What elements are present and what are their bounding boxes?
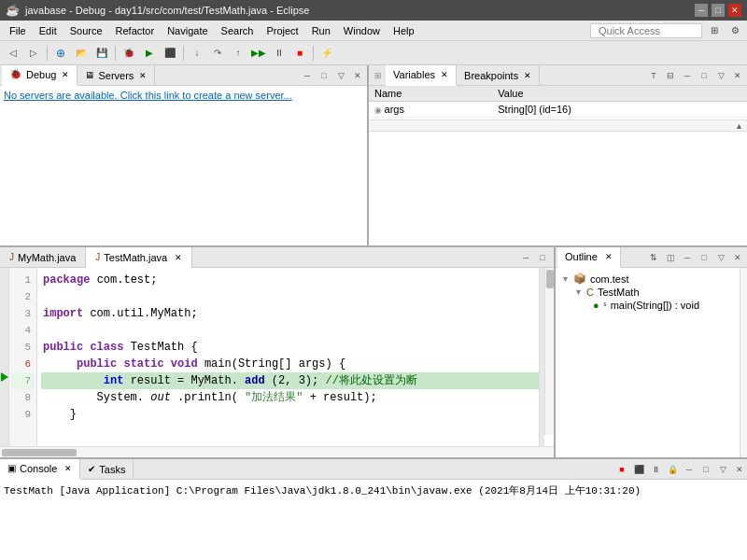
var-show-type-button[interactable]: T [646,68,661,83]
console-icon: ▣ [7,463,16,473]
outline-minimize-button[interactable]: ─ [680,250,695,265]
bp-dot-1 [0,268,9,285]
code-9-brace: } [43,408,77,421]
menu-file[interactable]: File [4,23,32,38]
menu-edit[interactable]: Edit [34,23,63,38]
console-maximize-button[interactable]: □ [698,462,713,477]
var-close-button[interactable]: ✕ [730,68,745,83]
outline-sort-button[interactable]: ⇅ [646,250,661,265]
quick-access-input[interactable] [590,23,702,38]
var-maximize-button[interactable]: □ [697,68,712,83]
outline-method[interactable]: ● ˢ main(String[]) : void [559,299,743,312]
menu-search[interactable]: Search [216,23,260,38]
var-name-cell: ◉ args [369,102,492,118]
console-pause-button[interactable]: ⏸ [648,462,663,477]
debug-maximize-button[interactable]: □ [317,68,331,83]
toolbar-step-return-button[interactable]: ↑ [229,44,247,63]
java-icon-mymath: J [9,252,14,262]
tab-outline[interactable]: Outline ✕ [557,247,621,268]
titlebar-controls: ─ □ ✕ [695,4,741,17]
debug-minimize-button[interactable]: ─ [300,68,315,83]
menu-navigate[interactable]: Navigate [162,23,213,38]
outline-hide-button[interactable]: ◫ [663,250,678,265]
tab-debug[interactable]: 🐞 Debug ✕ [2,65,78,86]
toolbar-run-button[interactable]: ▶ [140,44,159,63]
toolbar-resume-button[interactable]: ▶▶ [249,44,268,63]
menu-run[interactable]: Run [306,23,336,38]
code-line-9: } [41,406,550,423]
outline-tab-close[interactable]: ✕ [605,252,613,261]
editor-h-scrollbar[interactable] [0,446,554,457]
editor-area[interactable]: 1 2 3 4 5 6 7 8 9 package com.test; [0,268,554,446]
code-content[interactable]: package com.test; import com.util.MyMath… [37,268,554,446]
editor-minimize-button[interactable]: ─ [518,250,533,265]
editor-maximize-button[interactable]: □ [535,250,550,265]
console-clear-button[interactable]: ■ [614,462,629,477]
col-value: Value [492,86,747,102]
menu-help[interactable]: Help [388,23,420,38]
console-minimize-button[interactable]: ─ [682,462,697,477]
toolbar-step-over-button[interactable]: ↷ [208,44,227,63]
code-7-comment: //将此处设置为断 [325,374,416,387]
outline-menu-button[interactable]: ▽ [713,250,728,265]
debug-tab-close[interactable]: ✕ [62,70,69,79]
tab-mymath[interactable]: J MyMath.java [0,247,86,268]
menu-window[interactable]: Window [338,23,386,38]
outline-tab-bar: Outline ✕ ⇅ ◫ ─ □ ▽ ✕ [556,247,747,268]
var-menu-button[interactable]: ▽ [713,68,728,83]
toolbar-terminate-button[interactable]: ■ [290,44,309,63]
tab-console[interactable]: ▣ Console ✕ [0,459,80,480]
testmath-tab-close[interactable]: ✕ [175,253,182,262]
toolbar-step-into-button[interactable]: ↓ [188,44,206,63]
var-minimize-button[interactable]: ─ [680,68,695,83]
line-num-3: 3 [11,305,35,322]
toolbar-debug-button[interactable]: 🐞 [120,44,138,63]
tab-breakpoints[interactable]: Breakpoints ✕ [457,65,540,86]
editor-console-area: J MyMath.java J TestMath.java ✕ ─ □ [0,247,747,560]
menu-project[interactable]: Project [261,23,303,38]
toolbar-new-button[interactable]: ⊕ [51,44,70,63]
toolbar-stop-button[interactable]: ⬛ [161,44,179,63]
toolbar-perspective-button[interactable]: ⊞ [706,21,723,40]
code-package-name: com.test; [97,273,158,287]
maximize-button[interactable]: □ [712,4,725,17]
editor-v-scrollbar[interactable] [544,268,554,435]
tab-servers[interactable]: 🖥 Servers ✕ [78,65,155,86]
tab-tasks[interactable]: ✔ Tasks [80,459,134,480]
outline-package[interactable]: ▼ 📦 com.test [559,272,743,286]
outline-close-button[interactable]: ✕ [730,250,745,265]
toolbar-separator-4 [313,46,314,61]
console-tab-close[interactable]: ✕ [64,464,72,473]
tab-testmath[interactable]: J TestMath.java ✕ [86,247,192,268]
debug-content: No servers are available. Click this lin… [0,86,367,245]
menu-source[interactable]: Source [64,23,108,38]
debug-view-menu-button[interactable]: ▽ [333,68,348,83]
outline-maximize-button[interactable]: □ [697,250,712,265]
toolbar-back-button[interactable]: ◁ [4,44,22,63]
toolbar-disconnect-button[interactable]: ⚡ [317,44,336,63]
menu-refactor[interactable]: Refactor [110,23,161,38]
breakpoints-tab-close[interactable]: ✕ [524,71,531,80]
variables-tab-close[interactable]: ✕ [441,70,448,79]
console-menu-button[interactable]: ▽ [715,462,730,477]
tab-variables[interactable]: Variables ✕ [386,65,457,86]
close-button[interactable]: ✕ [728,4,741,17]
outline-class[interactable]: ▼ C TestMath [559,286,743,299]
toolbar-save-button[interactable]: 💾 [92,44,111,63]
editor-scroll-thumb[interactable] [546,270,554,288]
package-icon: 📦 [573,273,586,285]
servers-tab-close[interactable]: ✕ [139,71,147,80]
toolbar-suspend-button[interactable]: ⏸ [270,44,289,63]
create-server-link[interactable]: No servers are available. Click this lin… [4,90,292,101]
console-close-button[interactable]: ✕ [732,462,747,477]
console-stop-button[interactable]: ⬛ [631,462,646,477]
console-scroll-lock-button[interactable]: 🔒 [665,462,680,477]
toolbar-separator-3 [183,46,184,61]
debug-close-button[interactable]: ✕ [350,68,365,83]
var-collapse-button[interactable]: ⊟ [663,68,678,83]
toolbar-settings-button[interactable]: ⚙ [726,21,743,40]
toolbar-forward-button[interactable]: ▷ [24,44,43,63]
editor-h-thumb[interactable] [2,449,77,456]
minimize-button[interactable]: ─ [695,4,708,17]
toolbar-open-button[interactable]: 📂 [72,44,91,63]
